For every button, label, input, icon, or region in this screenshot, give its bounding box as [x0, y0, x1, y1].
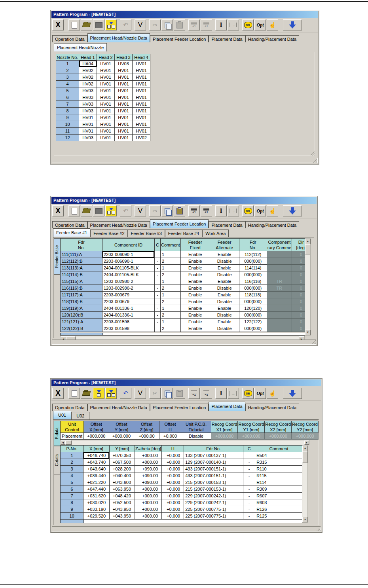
- subtab-feeder-base-4[interactable]: Feeder Base #4: [165, 230, 202, 237]
- table-cell[interactable]: +0.000: [162, 452, 184, 459]
- tab-placement-feeder-location[interactable]: Placement Feeder Location: [150, 35, 209, 43]
- save-all-button[interactable]: [105, 205, 117, 216]
- table-cell[interactable]: Enable: [180, 285, 210, 292]
- scroll-down-button[interactable]: ▼: [302, 517, 308, 522]
- options-button[interactable]: Opt: [254, 205, 266, 216]
- table-cell[interactable]: 12: [56, 135, 79, 141]
- table-cell[interactable]: [267, 319, 292, 325]
- table-cell[interactable]: [267, 265, 292, 271]
- table-cell[interactable]: 000(000): [239, 325, 267, 332]
- new-file-button[interactable]: [68, 19, 80, 30]
- table-cell[interactable]: 2203-000679: [102, 292, 155, 298]
- table-cell[interactable]: -: [155, 292, 161, 298]
- table-cell[interactable]: -: [155, 271, 161, 278]
- table-cell[interactable]: +090.00: [135, 472, 162, 479]
- table-cell[interactable]: -: [243, 479, 255, 486]
- table-cell[interactable]: +063.950: [110, 486, 135, 493]
- open-file-button[interactable]: [81, 19, 92, 30]
- paste-button[interactable]: [174, 388, 185, 399]
- cut-button[interactable]: ✂: [149, 205, 161, 216]
- table-cell[interactable]: HV01: [97, 101, 115, 108]
- table-cell[interactable]: 11: [56, 128, 79, 135]
- hand-pointer-button[interactable]: ☝: [267, 19, 278, 30]
- table-cell[interactable]: +043.950: [110, 513, 135, 520]
- table-cell[interactable]: [267, 298, 292, 305]
- tab-handing-placement-data[interactable]: Handing/Placement Data: [245, 221, 299, 229]
- table-cell[interactable]: [267, 251, 292, 258]
- table-cell[interactable]: +090.00: [135, 466, 162, 472]
- hand-pointer-button[interactable]: ☝: [267, 205, 278, 216]
- insert-mode-button[interactable]: I: [215, 388, 227, 399]
- table-cell[interactable]: 114(114):B: [61, 271, 102, 278]
- subtab-feeder-base-2[interactable]: Feeder Base #2: [90, 230, 127, 237]
- table-cell[interactable]: R504: [255, 452, 303, 459]
- table-cell[interactable]: 1: [161, 305, 181, 312]
- table-cell[interactable]: -: [155, 278, 161, 285]
- table-cell[interactable]: HV03: [79, 108, 97, 114]
- insert-mode-button[interactable]: I: [215, 19, 227, 30]
- table-cell[interactable]: HV01: [115, 108, 133, 114]
- table-cell[interactable]: -: [243, 452, 255, 459]
- table-cell[interactable]: 229 (2007-000242-1): [184, 493, 243, 499]
- paste-button[interactable]: [174, 19, 185, 30]
- table-cell[interactable]: Enable: [180, 251, 210, 258]
- table-cell[interactable]: HV01: [97, 135, 115, 141]
- table-cell[interactable]: HV03: [79, 87, 97, 94]
- table-cell[interactable]: Disable: [181, 433, 211, 440]
- table-cell[interactable]: Enable: [180, 258, 210, 265]
- table-cell[interactable]: 2404-001105-BLK: [102, 265, 155, 271]
- table-cell[interactable]: HV01: [115, 101, 133, 108]
- table-cell[interactable]: 8: [61, 499, 83, 506]
- subtab-feeder-base-3[interactable]: Feeder Base #3: [128, 230, 165, 237]
- table-cell[interactable]: R309: [255, 486, 303, 493]
- table-cell[interactable]: 2: [161, 285, 181, 292]
- c-data-vertical-scrollbar[interactable]: ▲ ▼: [302, 445, 308, 523]
- table-cell[interactable]: 2: [56, 67, 79, 74]
- table-cell[interactable]: 116(116): [239, 278, 267, 285]
- table-cell[interactable]: HV03: [115, 61, 133, 67]
- table-cell[interactable]: 229 (2007-000242-1): [184, 499, 243, 506]
- table-cell[interactable]: HV03: [79, 135, 97, 141]
- table-cell[interactable]: Disable: [210, 271, 239, 278]
- table-cell[interactable]: -: [243, 506, 255, 513]
- table-cell[interactable]: +046.740: [83, 452, 110, 459]
- tab-placement-data[interactable]: Placement Data: [209, 221, 245, 229]
- table-cell[interactable]: 118(118): [239, 292, 267, 298]
- table-cell[interactable]: 1: [61, 452, 83, 459]
- table-cell[interactable]: +000.000: [265, 433, 292, 440]
- save-all-button[interactable]: [105, 19, 117, 30]
- jump-button[interactable]: →: [228, 205, 239, 216]
- table-cell[interactable]: 119(119):A: [61, 305, 102, 312]
- table-cell[interactable]: +000.000: [211, 433, 238, 440]
- tab-handing-placement-data[interactable]: Handing/Placement Data: [245, 404, 299, 412]
- new-file-button[interactable]: [68, 388, 80, 399]
- table-cell[interactable]: Enable: [180, 265, 210, 271]
- table-cell[interactable]: +000.00: [135, 513, 162, 520]
- table-cell[interactable]: 2203-001598: [102, 325, 155, 332]
- scroll-right-button[interactable]: ►: [304, 440, 309, 445]
- table-cell[interactable]: TR: [267, 285, 292, 292]
- table-cell[interactable]: +0.000: [162, 486, 184, 493]
- close-editor-button[interactable]: X: [52, 388, 64, 399]
- options-button[interactable]: Opt: [254, 388, 266, 399]
- table-cell[interactable]: 2: [161, 325, 181, 332]
- table-cell[interactable]: 2: [61, 459, 83, 466]
- table-cell[interactable]: HV01: [115, 81, 133, 87]
- table-cell[interactable]: -: [155, 312, 161, 319]
- undo-button[interactable]: ↶: [120, 205, 131, 216]
- table-cell[interactable]: 10: [56, 121, 79, 128]
- table-cell[interactable]: 117(117):A: [61, 292, 102, 298]
- table-cell[interactable]: -: [243, 459, 255, 466]
- table-cell[interactable]: 112(112):B: [61, 258, 102, 265]
- table-cell[interactable]: HV03: [79, 94, 97, 101]
- database-button[interactable]: DB: [242, 388, 254, 399]
- save-button[interactable]: [93, 205, 104, 216]
- table-cell[interactable]: HV01: [133, 121, 150, 128]
- table-cell[interactable]: 3: [61, 466, 83, 472]
- copy-button[interactable]: [161, 388, 173, 399]
- resize-grip[interactable]: [316, 527, 321, 531]
- table-cell[interactable]: HV01: [79, 114, 97, 121]
- table-cell[interactable]: Enable: [210, 278, 239, 285]
- table-cell[interactable]: 1203-002980-2: [102, 278, 155, 285]
- table-cell[interactable]: [267, 305, 292, 312]
